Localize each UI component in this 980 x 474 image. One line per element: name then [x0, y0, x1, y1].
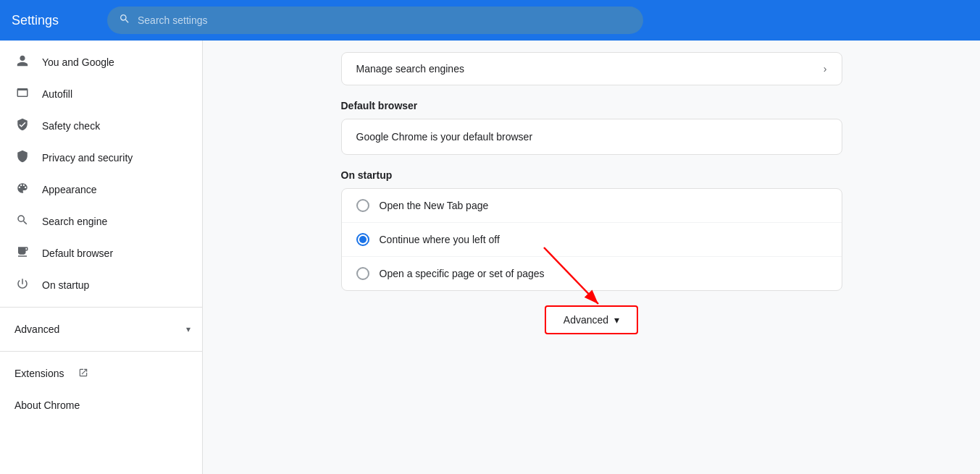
sidebar-label-privacy-security: Privacy and security: [42, 152, 133, 164]
sidebar: You and Google Autofill Safety check Pri…: [0, 41, 203, 474]
chevron-down-icon: ▾: [186, 324, 190, 334]
startup-option-specific-page[interactable]: Open a specific page or set of pages: [342, 257, 842, 290]
search-icon: [119, 13, 130, 27]
search-bar[interactable]: [107, 7, 643, 34]
sidebar-item-default-browser[interactable]: Default browser: [0, 237, 202, 269]
search-engine-icon: [14, 213, 30, 230]
content-area: Manage search engines › Default browser …: [324, 41, 860, 363]
advanced-button[interactable]: Advanced ▾: [545, 305, 638, 334]
sidebar-advanced-section[interactable]: Advanced ▾: [0, 313, 202, 345]
sidebar-item-about-chrome[interactable]: About Chrome: [0, 389, 202, 421]
sidebar-item-autofill[interactable]: Autofill: [0, 78, 202, 110]
arrow-right-icon: ›: [824, 63, 827, 75]
default-browser-title: Default browser: [341, 100, 842, 111]
startup-specific-page-label: Open a specific page or set of pages: [380, 268, 545, 279]
sidebar-about-chrome-label: About Chrome: [14, 399, 80, 411]
sidebar-label-autofill: Autofill: [42, 88, 72, 100]
on-startup-icon: [14, 277, 30, 294]
sidebar-item-extensions[interactable]: Extensions: [0, 357, 202, 389]
advanced-section: Advanced ▾: [341, 305, 842, 334]
autofill-icon: [14, 86, 30, 103]
startup-option-continue[interactable]: Continue where you left off: [342, 223, 842, 257]
manage-search-engines-label: Manage search engines: [356, 63, 824, 75]
sidebar-label-search-engine: Search engine: [42, 216, 107, 227]
sidebar-label-safety-check: Safety check: [42, 120, 100, 132]
advanced-button-label: Advanced: [564, 314, 608, 326]
radio-new-tab[interactable]: [356, 199, 369, 212]
person-icon: [14, 54, 30, 71]
app-title: Settings: [12, 13, 99, 28]
on-startup-title: On startup: [341, 169, 842, 181]
sidebar-extensions-label: Extensions: [14, 368, 64, 379]
default-browser-status-box: Google Chrome is your default browser: [341, 119, 842, 155]
search-engines-card: Manage search engines ›: [341, 52, 842, 85]
external-link-icon: [78, 368, 88, 380]
manage-search-engines-row[interactable]: Manage search engines ›: [342, 53, 842, 85]
sidebar-label-on-startup: On startup: [42, 279, 89, 291]
layout: You and Google Autofill Safety check Pri…: [0, 41, 980, 474]
sidebar-item-search-engine[interactable]: Search engine: [0, 206, 202, 237]
sidebar-label-appearance: Appearance: [42, 184, 97, 195]
header: Settings: [0, 0, 980, 41]
appearance-icon: [14, 182, 30, 198]
sidebar-label-you-and-google: You and Google: [42, 56, 114, 68]
startup-new-tab-label: Open the New Tab page: [380, 200, 489, 211]
sidebar-item-appearance[interactable]: Appearance: [0, 174, 202, 206]
chevron-down-icon: ▾: [614, 314, 619, 326]
search-input[interactable]: [138, 14, 632, 26]
privacy-icon: [14, 150, 30, 166]
default-browser-status-text: Google Chrome is your default browser: [356, 131, 533, 143]
sidebar-item-privacy-security[interactable]: Privacy and security: [0, 142, 202, 174]
main-content: Manage search engines › Default browser …: [203, 41, 980, 474]
startup-option-new-tab[interactable]: Open the New Tab page: [342, 189, 842, 223]
sidebar-item-safety-check[interactable]: Safety check: [0, 110, 202, 142]
sidebar-divider-2: [0, 351, 202, 352]
sidebar-item-you-and-google[interactable]: You and Google: [0, 46, 202, 78]
sidebar-label-default-browser: Default browser: [42, 247, 113, 259]
advanced-area: Advanced ▾: [341, 305, 842, 334]
startup-continue-label: Continue where you left off: [380, 234, 500, 245]
default-browser-icon: [14, 245, 30, 262]
safety-check-icon: [14, 118, 30, 135]
sidebar-item-on-startup[interactable]: On startup: [0, 269, 202, 301]
startup-radio-group: Open the New Tab page Continue where you…: [341, 188, 842, 291]
sidebar-advanced-label: Advanced: [14, 323, 59, 335]
sidebar-divider: [0, 307, 202, 308]
radio-specific-page[interactable]: [356, 267, 369, 280]
radio-continue[interactable]: [356, 233, 369, 246]
